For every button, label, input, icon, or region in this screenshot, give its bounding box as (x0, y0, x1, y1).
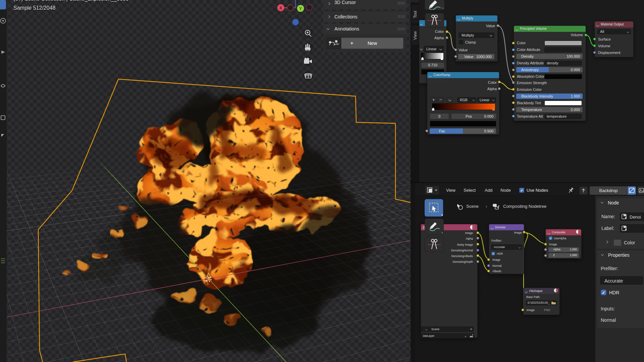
svg-text:Y: Y (299, 6, 302, 11)
svg-text:X: X (279, 6, 282, 10)
